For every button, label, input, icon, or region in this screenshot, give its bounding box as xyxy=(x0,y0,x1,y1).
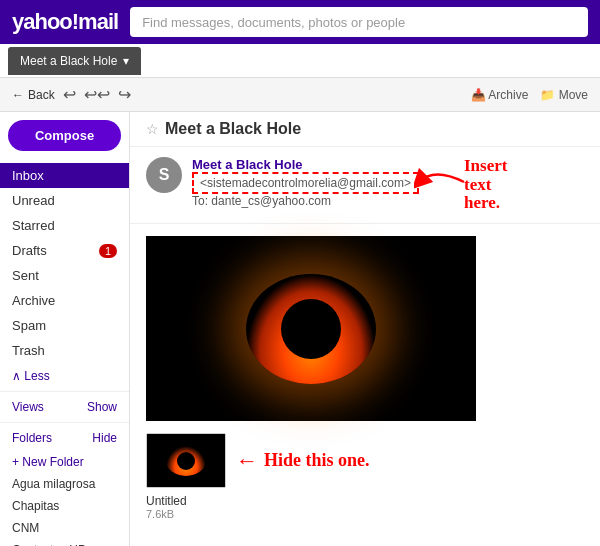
hide-label[interactable]: Hide xyxy=(92,431,117,445)
email-images: ← Hide this one. Untitled 7.6kB xyxy=(130,224,600,532)
back-button[interactable]: ← Back xyxy=(12,88,55,102)
folder-cnm[interactable]: CNM xyxy=(0,517,129,539)
sidebar-item-sent[interactable]: Sent xyxy=(0,263,129,288)
sidebar-item-drafts[interactable]: Drafts 1 xyxy=(0,238,129,263)
search-bar[interactable]: Find messages, documents, photos or peop… xyxy=(130,7,588,37)
to-label: To: xyxy=(192,194,208,208)
folder-agua[interactable]: Agua milagrosa xyxy=(0,473,129,495)
email-subject-bar: ☆ Meet a Black Hole xyxy=(130,112,600,147)
star-icon[interactable]: ☆ xyxy=(146,121,159,137)
archive-icon: 📥 xyxy=(471,88,486,102)
compose-button[interactable]: Compose xyxy=(8,120,121,151)
yahoo-logo: yahoo!mail xyxy=(12,9,118,35)
archive-nav-label: Archive xyxy=(12,293,55,308)
sidebar-item-spam[interactable]: Spam xyxy=(0,313,129,338)
main-image-container xyxy=(146,236,584,421)
less-label: ∧ Less xyxy=(12,369,50,383)
sidebar-divider-1 xyxy=(0,391,129,392)
folders-label: Folders xyxy=(12,431,52,445)
sender-name: Meet a Black Hole xyxy=(192,157,303,172)
folder-chapitas[interactable]: Chapitas xyxy=(0,495,129,517)
hide-text: Hide this one. xyxy=(264,450,370,471)
toolbar: ← Back ↩ ↩↩ ↪ 📥 Archive 📁 Move xyxy=(0,78,600,112)
move-label: Move xyxy=(559,88,588,102)
email-meta: S Meet a Black Hole <sistemadecontrolmor… xyxy=(130,147,600,224)
folders-section: Folders Hide xyxy=(0,425,129,451)
avatar: S xyxy=(146,157,182,193)
starred-label: Starred xyxy=(12,218,55,233)
main-black-hole-image xyxy=(146,236,476,421)
tab-label: Meet a Black Hole xyxy=(20,54,117,68)
sidebar-divider-2 xyxy=(0,422,129,423)
sidebar-item-starred[interactable]: Starred xyxy=(0,213,129,238)
views-section: Views Show xyxy=(0,394,129,420)
sender-email: <sistemadecontrolmorelia@gmail.com> xyxy=(192,172,419,194)
hide-arrow-icon: ← xyxy=(236,448,258,474)
curved-arrow-icon xyxy=(414,162,474,202)
drafts-label: Drafts xyxy=(12,243,47,258)
unread-label: Unread xyxy=(12,193,55,208)
email-tab[interactable]: Meet a Black Hole ▾ xyxy=(8,47,141,75)
tab-bar: Meet a Black Hole ▾ xyxy=(0,44,600,78)
thumbnail-row: ← Hide this one. xyxy=(146,433,584,488)
compose-area: Compose xyxy=(0,112,129,163)
email-subject: Meet a Black Hole xyxy=(165,120,301,138)
hide-annotation: ← Hide this one. xyxy=(236,448,370,474)
spam-label: Spam xyxy=(12,318,46,333)
sidebar-item-archive[interactable]: Archive xyxy=(0,288,129,313)
archive-button[interactable]: 📥 Archive xyxy=(471,88,529,102)
less-section[interactable]: ∧ Less xyxy=(0,363,129,389)
toolbar-left: ← Back ↩ ↩↩ ↪ xyxy=(12,85,131,104)
email-content: ☆ Meet a Black Hole S Meet a Black Hole … xyxy=(130,112,600,546)
sidebar-item-inbox[interactable]: Inbox xyxy=(0,163,129,188)
black-center xyxy=(281,299,341,359)
trash-label: Trash xyxy=(12,343,45,358)
back-label: Back xyxy=(28,88,55,102)
attachment-name: Untitled xyxy=(146,494,584,508)
new-folder-button[interactable]: + New Folder xyxy=(0,451,129,473)
search-placeholder: Find messages, documents, photos or peop… xyxy=(142,15,405,30)
sidebar-item-unread[interactable]: Unread xyxy=(0,188,129,213)
views-label: Views xyxy=(12,400,44,414)
show-label[interactable]: Show xyxy=(87,400,117,414)
toolbar-right: 📥 Archive 📁 Move xyxy=(471,88,588,102)
archive-label: Archive xyxy=(488,88,528,102)
attachment-size: 7.6kB xyxy=(146,508,584,520)
forward-icon[interactable]: ↪ xyxy=(118,85,131,104)
to-address: dante_cs@yahoo.com xyxy=(211,194,331,208)
sidebar-item-trash[interactable]: Trash xyxy=(0,338,129,363)
inbox-label: Inbox xyxy=(12,168,44,183)
main-layout: Compose Inbox Unread Starred Drafts 1 Se… xyxy=(0,112,600,546)
move-button[interactable]: 📁 Move xyxy=(540,88,588,102)
header: yahoo!mail Find messages, documents, pho… xyxy=(0,0,600,44)
attachment-info: Untitled 7.6kB xyxy=(146,494,584,520)
sent-label: Sent xyxy=(12,268,39,283)
drafts-badge: 1 xyxy=(99,244,117,258)
thumb-black-center xyxy=(177,452,195,470)
email-actions-bottom: ↩ ↩↩ ↪ xyxy=(130,532,600,546)
move-icon: 📁 xyxy=(540,88,555,102)
insert-annotation-area: Insert text here. xyxy=(464,157,584,213)
back-arrow-icon: ← xyxy=(12,88,24,102)
reply-icon[interactable]: ↩ xyxy=(63,85,76,104)
insert-text-annotation: Insert text here. xyxy=(464,157,584,213)
thumbnail-image xyxy=(146,433,226,488)
sidebar: Compose Inbox Unread Starred Drafts 1 Se… xyxy=(0,112,130,546)
folder-contactos-hp[interactable]: Contactos HP xyxy=(0,539,129,546)
reply-all-icon[interactable]: ↩↩ xyxy=(84,85,110,104)
thumb-glow xyxy=(147,433,225,488)
chevron-down-icon: ▾ xyxy=(123,54,129,68)
